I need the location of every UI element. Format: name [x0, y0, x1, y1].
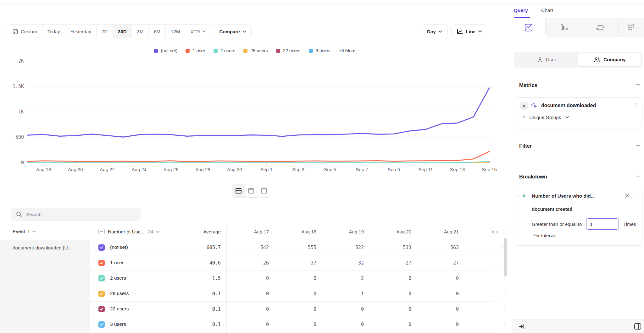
metric-options-kebab[interactable]: ⋮ — [633, 103, 639, 108]
x-axis-label: Aug 24 — [132, 167, 147, 172]
add-metric-button[interactable]: + — [634, 81, 642, 89]
check-icon — [100, 261, 103, 265]
tab-flow[interactable] — [582, 18, 618, 37]
table-row: 3 users0.1000000 — [0, 317, 512, 332]
scope-company-option[interactable]: Company — [578, 53, 641, 66]
row-cell: 0 — [269, 276, 316, 281]
legend-item[interactable]: 3 users — [309, 48, 331, 53]
legend-swatch — [186, 49, 190, 53]
company-icon — [594, 57, 600, 63]
x-axis-label: Sep 3 — [292, 167, 304, 172]
row-cell: 37 — [269, 260, 316, 266]
add-breakdown-button[interactable]: + — [634, 172, 642, 180]
compare-button[interactable]: Compare — [214, 25, 251, 38]
metric-measure-dropdown[interactable]: # Unique Groups — [522, 115, 569, 120]
legend-item[interactable]: 1 user — [186, 48, 205, 53]
chevron-down-icon — [243, 30, 246, 33]
event-header-label: Event — [13, 229, 25, 234]
granularity-button[interactable]: Day — [422, 25, 447, 38]
scope-user-label: User — [546, 57, 556, 63]
range-12m-button[interactable]: 12M — [166, 25, 185, 38]
table-scrollbar[interactable] — [504, 238, 507, 276]
line-chart: 05001K1.5K2KAug 18Aug 20Aug 22Aug 24Aug … — [0, 57, 512, 173]
scope-user-option[interactable]: User — [515, 53, 578, 66]
row-cell: 0 — [221, 306, 269, 312]
tab-query[interactable]: Query — [514, 8, 528, 13]
row-checkbox[interactable] — [98, 244, 105, 251]
times-value-input[interactable] — [586, 218, 619, 230]
row-cell: 0 — [459, 322, 506, 327]
add-filter-button[interactable]: + — [634, 142, 642, 149]
legend-item[interactable]: (not set) — [154, 48, 177, 53]
table-row: 28 users0.1001000 — [0, 286, 512, 302]
row-label: (not set) — [110, 244, 128, 250]
event-pointer-icon — [530, 102, 539, 110]
layout-split-button[interactable] — [232, 184, 245, 197]
side-panel-icon[interactable] — [634, 322, 642, 330]
row-checkbox[interactable] — [98, 306, 105, 312]
legend-more-button[interactable]: +6 More — [339, 48, 356, 53]
row-checkbox[interactable] — [98, 321, 105, 328]
chevron-down-icon — [202, 30, 206, 33]
check-icon — [100, 246, 103, 249]
tab-retention[interactable] — [618, 18, 644, 37]
check-icon — [100, 292, 103, 295]
range-6m-button[interactable]: 6M — [149, 25, 166, 38]
breakdown-card[interactable]: # Number of Users who did... ⋮ document … — [514, 188, 642, 246]
range-custom-button[interactable]: Custom — [7, 25, 42, 38]
row-cell: 2 — [316, 276, 364, 281]
row-cell: 32 — [316, 260, 364, 266]
row-checkbox[interactable] — [98, 275, 105, 281]
row-average: 0.1 — [173, 306, 221, 312]
date-range-toolbar: CustomTodayYesterday7D30D3M6M12MXTD Comp… — [7, 25, 252, 38]
collapse-panel-icon[interactable] — [519, 323, 525, 330]
legend-item[interactable]: 2 users — [214, 48, 236, 53]
tab-line-chart[interactable] — [512, 18, 545, 37]
row-checkbox[interactable] — [98, 260, 105, 266]
range-yesterday-button[interactable]: Yesterday — [65, 25, 97, 38]
row-label: 3 users — [110, 321, 126, 327]
row-cell: 0 — [459, 306, 506, 312]
series-line--not-set-[interactable] — [28, 88, 489, 137]
search-icon — [16, 211, 22, 217]
range-3m-button[interactable]: 3M — [132, 25, 149, 38]
range-xtd-button[interactable]: XTD — [185, 25, 211, 38]
search-input[interactable]: Search — [11, 208, 141, 221]
layout-table-only-button[interactable] — [258, 184, 270, 197]
range-30d-button[interactable]: 30D — [113, 25, 132, 38]
chart-type-button[interactable]: Line — [451, 25, 487, 38]
check-icon — [100, 308, 103, 311]
select-all-checkbox[interactable] — [98, 229, 105, 235]
row-cell: 563 — [411, 245, 459, 250]
row-cell: 542 — [221, 245, 269, 250]
range-today-button[interactable]: Today — [42, 25, 65, 38]
row-cell: 0 — [411, 276, 459, 281]
range-7d-button[interactable]: 7D — [97, 25, 113, 38]
metric-card[interactable]: A document downloaded ⋮ # Unique Groups — [514, 97, 642, 128]
drag-handle-icon[interactable] — [517, 195, 520, 197]
legend-item[interactable]: 22 users — [276, 48, 301, 53]
tab-bar-chart[interactable] — [545, 18, 582, 37]
check-icon — [100, 277, 103, 280]
date-column-header: Aug 21 — [411, 229, 459, 234]
event-column-header[interactable]: Event 1 — [13, 229, 35, 234]
row-label: 1 user — [110, 260, 124, 265]
legend-item[interactable]: 28 users — [243, 48, 268, 53]
layout-chart-only-button[interactable] — [245, 184, 258, 197]
row-cell: 0 — [364, 291, 411, 297]
row-cell: 0 — [316, 322, 364, 327]
main-content: CustomTodayYesterday7D30D3M6M12MXTD Comp… — [0, 0, 512, 333]
tab-chart[interactable]: Chart — [541, 8, 553, 13]
metric-column-header[interactable]: Number of Use... 24 — [98, 229, 159, 235]
series-line-1-user[interactable] — [28, 151, 489, 161]
breakdown-options-kebab[interactable]: ⋮ — [636, 193, 642, 199]
top-panel-icon — [248, 188, 254, 194]
row-cell: 0 — [269, 306, 316, 312]
row-checkbox[interactable] — [98, 291, 105, 297]
date-column-header: Aug 19 — [316, 229, 364, 234]
row-cell: 0 — [269, 322, 316, 327]
condition-label: Greater than or equal to — [532, 221, 582, 227]
row-cell: 0 — [221, 322, 269, 327]
close-icon[interactable] — [625, 193, 630, 198]
legend-swatch — [154, 49, 158, 53]
